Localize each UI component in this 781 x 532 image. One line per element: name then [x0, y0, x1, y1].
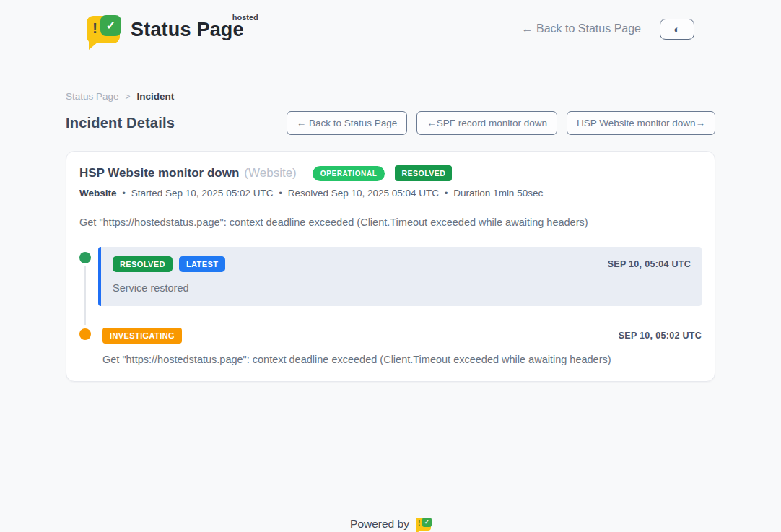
header: ! ✓ Status Page hosted ← Back to Status …: [0, 0, 781, 46]
logo-bubble-tail: [89, 42, 98, 50]
timeline-entry: INVESTIGATING SEP 10, 05:02 UTC Get "htt…: [98, 328, 702, 365]
timeline-item-resolved: RESOLVED LATEST SEP 10, 05:04 UTC Servic…: [79, 247, 702, 306]
timeline-timestamp: SEP 10, 05:02 UTC: [619, 331, 702, 341]
timeline-message: Get "https://hostedstatus.page": context…: [102, 354, 702, 365]
incident-title: HSP Website monitor down: [79, 166, 239, 180]
footer-logo-exclamation-icon: !: [418, 519, 420, 527]
prev-incident-button[interactable]: ←SPF record monitor down: [416, 111, 557, 135]
incident-nav-buttons: ← Back to Status Page ←SPF record monito…: [287, 111, 715, 135]
meta-resolved: Resolved Sep 10, 2025 05:04 UTC: [288, 188, 439, 199]
meta-duration: Duration 1min 50sec: [453, 188, 543, 199]
timeline-badges-row: INVESTIGATING SEP 10, 05:02 UTC: [102, 328, 702, 344]
breadcrumb-status-page[interactable]: Status Page: [66, 91, 119, 102]
timeline-message: Service restored: [113, 282, 691, 294]
half-circle-theme-icon: ◐: [673, 23, 680, 35]
theme-toggle-button[interactable]: ◐: [660, 19, 694, 40]
timeline-timestamp: SEP 10, 05:04 UTC: [608, 259, 691, 269]
timeline-item-investigating: INVESTIGATING SEP 10, 05:02 UTC Get "htt…: [79, 328, 702, 365]
meta-started: Started Sep 10, 2025 05:02 UTC: [131, 188, 274, 199]
meta-component: Website: [79, 188, 117, 199]
powered-by-label: Powered by: [350, 518, 409, 531]
operational-badge: OPERATIONAL: [313, 166, 385, 181]
meta-separator: •: [279, 188, 282, 199]
breadcrumb-incident: Incident: [137, 91, 175, 102]
app-logo[interactable]: ! ✓ Status Page hosted: [87, 14, 254, 43]
investigating-badge: INVESTIGATING: [102, 328, 182, 344]
incident-title-row: HSP Website monitor down (Website) OPERA…: [79, 165, 702, 181]
next-incident-button[interactable]: HSP Website monitor down→: [567, 111, 715, 135]
resolved-badge: RESOLVED: [113, 256, 173, 272]
powered-by-row: Powered by ! ✓: [0, 518, 781, 531]
incident-description: Get "https://hostedstatus.page": context…: [79, 217, 702, 228]
footer: Powered by ! ✓ © 2025-10-08 14:10:34.772…: [0, 518, 781, 532]
timeline-badges-row: RESOLVED LATEST SEP 10, 05:04 UTC: [113, 256, 691, 272]
main-content: Status Page > Incident Incident Details …: [66, 91, 715, 382]
page-title: Incident Details: [66, 115, 175, 131]
logo-speech-bubble-icon: ! ✓: [87, 16, 120, 43]
latest-badge: LATEST: [179, 256, 225, 272]
meta-separator: •: [445, 188, 448, 199]
resolved-status-badge: RESOLVED: [395, 165, 452, 181]
header-right: ← Back to Status Page ◐: [522, 19, 694, 40]
logo-exclamation-icon: !: [92, 19, 97, 37]
meta-separator: •: [122, 188, 126, 199]
brand-name: Status Page: [131, 19, 244, 40]
timeline-dot-green: [79, 252, 91, 263]
incident-component: (Website): [244, 166, 296, 180]
footer-logo-check-icon: ✓: [422, 518, 432, 527]
breadcrumb-separator: >: [126, 92, 131, 102]
header-back-to-status-page-link[interactable]: ← Back to Status Page: [522, 22, 641, 35]
title-row: Incident Details ← Back to Status Page ←…: [66, 111, 715, 135]
brand-text: Status Page hosted: [131, 19, 254, 41]
incident-timeline: RESOLVED LATEST SEP 10, 05:04 UTC Servic…: [79, 247, 702, 365]
incident-card: HSP Website monitor down (Website) OPERA…: [66, 151, 715, 382]
brand-superscript: hosted: [232, 13, 258, 22]
back-to-status-page-button[interactable]: ← Back to Status Page: [287, 111, 408, 135]
logo-check-icon: ✓: [100, 15, 121, 36]
timeline-dot-orange: [79, 328, 91, 340]
timeline-entry-latest: RESOLVED LATEST SEP 10, 05:04 UTC Servic…: [98, 247, 702, 306]
footer-logo-icon[interactable]: ! ✓: [416, 518, 431, 531]
breadcrumb: Status Page > Incident: [66, 91, 715, 102]
incident-meta: Website • Started Sep 10, 2025 05:02 UTC…: [79, 188, 702, 199]
